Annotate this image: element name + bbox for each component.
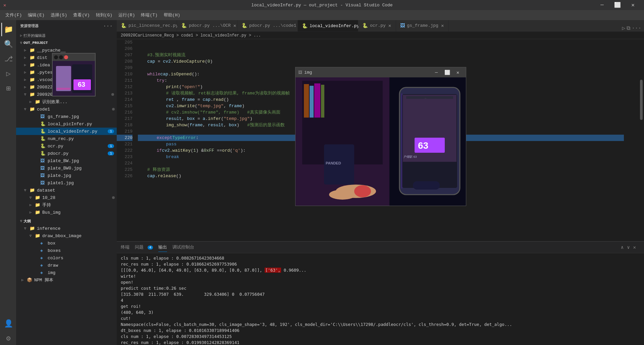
outline-section[interactable]: ▽ 大纲 — [16, 217, 117, 225]
tree-item-plate1[interactable]: ▷ 🖼 plate1.jpg — [16, 179, 117, 187]
minimap-thumb[interactable] — [640, 80, 643, 120]
terminal-tab-problems[interactable]: 问题 4 — [135, 243, 153, 252]
folder-icon: 📁 — [35, 99, 41, 105]
open-editors-section[interactable]: ▷ 打开的编辑器 — [16, 32, 117, 39]
small-popup-maximize[interactable] — [59, 55, 63, 59]
folder-icon: 📁 — [30, 226, 36, 231]
menu-file[interactable]: 文件(F) — [3, 11, 24, 19]
tree-item-colors[interactable]: ▷ ◈ colors — [16, 254, 117, 262]
terminal-tab-debug[interactable]: 调试控制台 — [172, 243, 194, 252]
menu-help[interactable]: 帮助(H) — [161, 11, 183, 19]
close-tab-pdocr-ocr[interactable]: ✕ — [233, 22, 237, 29]
tree-item-bus[interactable]: ▷ 📁 Bus_img — [16, 209, 117, 216]
menu-select[interactable]: 选择(S) — [48, 11, 70, 19]
activity-extensions[interactable]: ⊞ — [1, 82, 15, 95]
split-editor-icon[interactable]: ⧉ — [627, 25, 630, 31]
panel-scroll-down[interactable]: ∨ — [626, 243, 631, 252]
project-arrow: ▽ — [20, 41, 22, 45]
img-popup-close[interactable]: ✕ — [452, 68, 463, 77]
menu-terminal[interactable]: 终端(T) — [138, 11, 160, 19]
activity-run-debug[interactable]: ▷ — [1, 67, 15, 80]
maximize-button[interactable]: ⬜ — [610, 0, 625, 10]
more-actions-icon[interactable]: ··· — [632, 25, 641, 31]
tree-item-识别[interactable]: ▷ 📁 识别效果... — [16, 98, 117, 106]
img-popup-minimize[interactable]: — — [431, 68, 442, 77]
panel-scroll-up[interactable]: ∧ — [620, 243, 625, 252]
close-tab-ocr[interactable]: ✕ — [388, 22, 392, 29]
py-icon-active: 🐍 — [40, 129, 46, 134]
tree-item-plate[interactable]: ▷ 🖼 plate.jpg — [16, 172, 117, 179]
tree-item-10-28[interactable]: ▽ 📁 10_28 — [16, 194, 117, 201]
tab-local-video[interactable]: 🐍 local_videoInfer.py ✕ — [298, 20, 358, 31]
folder-icon: 📁 — [30, 55, 36, 60]
activity-settings[interactable]: ⚙ — [1, 332, 15, 345]
ocr-badge: 1 — [108, 144, 114, 148]
code-line-206 — [138, 46, 624, 52]
titlebar-left: ✕ — [3, 2, 6, 8]
svg-rect-25 — [406, 96, 453, 99]
terminal-tab-output[interactable]: 输出 — [158, 243, 167, 252]
folder-icon: 📁 — [30, 84, 36, 90]
small-popup-close[interactable] — [64, 55, 68, 59]
tab-ocr[interactable]: 🐍 ocr.py ✕ — [358, 20, 396, 31]
menu-edit[interactable]: 编辑(E) — [25, 11, 47, 19]
tree-item-shochi[interactable]: ▷ 📁 手持 — [16, 201, 117, 209]
activity-source-control[interactable]: ⎇ — [1, 52, 15, 66]
tree-item-local-pic[interactable]: ▷ 🐍 local_picInfer.py — [16, 120, 117, 128]
tab-run-icons: ▷ ⧉ ··· — [620, 25, 644, 31]
folder-icon: 📁 — [30, 70, 36, 75]
tab-gs-frame[interactable]: 🖼 gs_frame.jpg ✕ — [396, 20, 449, 31]
terminal-tab-terminal[interactable]: 终端 — [121, 243, 129, 252]
tab-pdocr-code1[interactable]: 🐍 pdocr.py ...\code1 ✕ — [237, 20, 298, 31]
output-line-8: 4 — [121, 297, 640, 303]
project-section[interactable]: ▽ OUT_PROJECT — [16, 39, 117, 47]
py-icon: 🐍 — [40, 151, 46, 156]
tree-item-dataset[interactable]: ▽ 📁 dataset — [16, 187, 117, 194]
code-line-208: cap = cv2.VideoCapture(0) — [138, 58, 624, 65]
tree-item-plate-bw[interactable]: ▷ 🖼 plate_BW.jpg — [16, 157, 117, 164]
run-icon[interactable]: ▷ — [622, 25, 626, 31]
tree-item-code1[interactable]: ▽ 📁 code1 — [16, 106, 117, 113]
tab-pdocr-ocr[interactable]: 🐍 pdocr.py ...\OCR ✕ — [177, 20, 237, 31]
open-editors-label: 打开的编辑器 — [23, 33, 46, 38]
close-button[interactable]: ✕ — [625, 0, 641, 10]
menu-view[interactable]: 查看(V) — [70, 11, 92, 19]
tree-item-gs-frame[interactable]: ▷ 🖼 gs_frame.jpg — [16, 113, 117, 120]
tree-item-draw[interactable]: ▷ ◈ draw — [16, 262, 117, 269]
folder-icon: 📁 — [30, 48, 36, 53]
tree-badge — [111, 93, 114, 96]
py-icon: 🐍 — [40, 136, 46, 141]
minimize-button[interactable]: — — [594, 0, 610, 10]
svg-point-17 — [354, 185, 371, 197]
tree-item-ocr[interactable]: ▷ 🐍 ocr.py 1 — [16, 142, 117, 150]
tree-item-plate-bw0[interactable]: ▷ 🖼 plate_BW0.jpg — [16, 164, 117, 172]
tree-item-local-video[interactable]: ▷ 🐍 local_videoInfer.py 1 — [16, 128, 117, 135]
img-popup-maximize[interactable]: ⬜ — [442, 68, 452, 77]
menu-goto[interactable]: 转到(G) — [93, 11, 115, 19]
sidebar-more-button[interactable]: ··· — [103, 23, 113, 29]
tree-item-draw-bbox[interactable]: ▽ 📁 draw_bbox_image — [16, 232, 117, 239]
small-popup-window[interactable]: 63 — [52, 53, 96, 96]
tree-item-npm[interactable]: ▷ 📦 NPM 脚本 — [16, 276, 117, 284]
tree-item-num-rec[interactable]: ▷ 🐍 num_rec.py — [16, 135, 117, 142]
img-popup-controls: — ⬜ ✕ — [431, 68, 463, 77]
panel-close[interactable]: ✕ — [632, 243, 637, 252]
small-popup-minimize[interactable] — [54, 55, 58, 59]
tree-item-box[interactable]: ▷ ◈ box — [16, 239, 117, 247]
tab-pic-lincense[interactable]: 🐍 pic_lincense_rec.py ✕ — [117, 20, 177, 31]
activity-accounts[interactable]: 👤 — [1, 317, 15, 330]
terminal-content[interactable]: cls num : 1, elapse : 0.0082671642303466… — [117, 253, 644, 345]
activity-search[interactable]: 🔍 — [1, 38, 15, 51]
tree-item-boxes[interactable]: ▷ ◈ boxes — [16, 247, 117, 254]
close-tab-gs-frame[interactable]: ✕ — [440, 22, 444, 29]
activity-explorer[interactable]: 📁 — [1, 23, 15, 36]
img-popup-window[interactable]: 🖼 img — ⬜ ✕ PANDED — [295, 67, 466, 206]
tree-item-img[interactable]: ▷ ◈ img — [16, 269, 117, 276]
output-line-1: cls num : 1, elapse : 0.0082671642303466… — [121, 255, 640, 261]
img-icon: 🖼 — [298, 70, 302, 75]
output-line-2: rec_res num : 1, elapse : 0.018662452697… — [121, 261, 640, 267]
tree-item-inference[interactable]: ▽ 📁 inference — [16, 225, 117, 232]
output-line-11: cut! — [121, 316, 640, 322]
tree-item-pdocr[interactable]: ▷ 🐍 pdocr.py 1 — [16, 150, 117, 157]
menu-run[interactable]: 运行(R) — [116, 11, 138, 19]
